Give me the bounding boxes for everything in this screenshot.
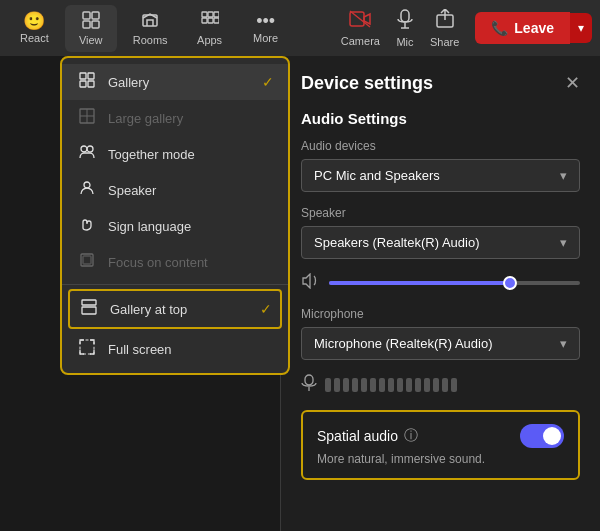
volume-row	[301, 273, 580, 293]
menu-item-sign-language[interactable]: Sign language	[62, 208, 288, 244]
svg-rect-18	[80, 81, 86, 87]
nav-more-label: More	[253, 32, 278, 44]
mic-label: Mic	[396, 36, 413, 48]
mic-level-row	[301, 374, 580, 396]
speaker-select[interactable]: Speakers (Realtek(R) Audio) ▾	[301, 226, 580, 259]
menu-item-fullscreen[interactable]: Full screen	[62, 331, 288, 367]
share-label: Share	[430, 36, 459, 48]
svg-rect-9	[208, 18, 213, 23]
mic-bar-10	[406, 378, 412, 392]
mic-bar-2	[334, 378, 340, 392]
gallery-check: ✓	[262, 74, 274, 90]
nav-rooms-label: Rooms	[133, 34, 168, 46]
fullscreen-icon	[76, 339, 98, 359]
spatial-audio-section: Spatial audio ⓘ More natural, immersive …	[301, 410, 580, 480]
nav-view-label: View	[79, 34, 103, 46]
leave-chevron-button[interactable]: ▾	[570, 13, 592, 43]
svg-point-25	[84, 182, 90, 188]
audio-devices-chevron: ▾	[560, 168, 567, 183]
device-settings-title: Device settings	[301, 73, 433, 94]
phone-icon: 📞	[491, 20, 508, 36]
svg-line-11	[350, 11, 370, 27]
together-icon	[76, 144, 98, 164]
mic-bar-4	[352, 378, 358, 392]
media-controls: Camera Mic Share	[341, 9, 459, 48]
svg-rect-6	[208, 12, 213, 17]
svg-rect-17	[88, 73, 94, 79]
mic-bars	[325, 378, 457, 392]
speaker-field: Speaker Speakers (Realtek(R) Audio) ▾	[301, 206, 580, 259]
svg-rect-28	[82, 300, 96, 305]
svg-rect-3	[92, 21, 99, 28]
apps-icon	[201, 11, 219, 32]
fullscreen-label: Full screen	[108, 342, 274, 357]
spatial-audio-row: Spatial audio ⓘ	[317, 424, 564, 448]
speaker-field-label: Speaker	[301, 206, 580, 220]
large-gallery-icon	[76, 108, 98, 128]
menu-item-gallery[interactable]: Gallery ✓	[62, 64, 288, 100]
large-gallery-label: Large gallery	[108, 111, 274, 126]
speaker-label: Speaker	[108, 183, 274, 198]
share-button[interactable]: Share	[430, 9, 459, 48]
menu-item-speaker[interactable]: Speaker	[62, 172, 288, 208]
camera-icon	[349, 10, 371, 33]
mic-bar-14	[442, 378, 448, 392]
svg-point-24	[87, 146, 93, 152]
camera-label: Camera	[341, 35, 380, 47]
focus-icon	[76, 252, 98, 272]
audio-devices-label: Audio devices	[301, 139, 580, 153]
svg-rect-10	[214, 18, 219, 23]
mic-bar-6	[370, 378, 376, 392]
menu-divider	[62, 284, 288, 285]
leave-button[interactable]: 📞 Leave	[475, 12, 570, 44]
mic-button[interactable]: Mic	[396, 9, 414, 48]
svg-rect-19	[88, 81, 94, 87]
microphone-field: Microphone Microphone (Realtek(R) Audio)…	[301, 307, 580, 360]
nav-react[interactable]: 🙂 React	[8, 6, 61, 50]
menu-item-large-gallery: Large gallery	[62, 100, 288, 136]
leave-button-group: 📞 Leave ▾	[475, 12, 592, 44]
svg-rect-12	[401, 10, 409, 22]
spatial-label-row: Spatial audio ⓘ	[317, 427, 418, 445]
mic-icon	[396, 9, 414, 34]
device-settings-close[interactable]: ✕	[565, 72, 580, 94]
spatial-audio-desc: More natural, immersive sound.	[317, 452, 564, 466]
device-settings-header: Device settings ✕	[301, 72, 580, 94]
audio-devices-value: PC Mic and Speakers	[314, 168, 440, 183]
menu-item-gallery-top[interactable]: Gallery at top ✓	[68, 289, 282, 329]
svg-rect-8	[202, 18, 207, 23]
camera-button[interactable]: Camera	[341, 10, 380, 47]
mic-bar-13	[433, 378, 439, 392]
svg-rect-1	[92, 12, 99, 19]
menu-item-focus: Focus on content	[62, 244, 288, 280]
svg-rect-0	[83, 12, 90, 19]
menu-item-together[interactable]: Together mode	[62, 136, 288, 172]
volume-thumb	[503, 276, 517, 290]
spatial-audio-toggle[interactable]	[520, 424, 564, 448]
mic-bar-1	[325, 378, 331, 392]
microphone-select[interactable]: Microphone (Realtek(R) Audio) ▾	[301, 327, 580, 360]
volume-fill	[329, 281, 510, 285]
top-bar: 🙂 React View Rooms	[0, 0, 600, 56]
speaker-value: Speakers (Realtek(R) Audio)	[314, 235, 479, 250]
toggle-thumb	[543, 427, 561, 445]
nav-view[interactable]: View	[65, 5, 117, 52]
nav-more[interactable]: ••• More	[240, 6, 292, 50]
audio-section-title: Audio Settings	[301, 110, 580, 127]
volume-slider[interactable]	[329, 281, 580, 285]
nav-apps[interactable]: Apps	[184, 5, 236, 52]
svg-rect-2	[83, 21, 90, 28]
gallery-top-label: Gallery at top	[110, 302, 250, 317]
svg-rect-16	[80, 73, 86, 79]
info-icon[interactable]: ⓘ	[404, 427, 418, 445]
nav-rooms[interactable]: Rooms	[121, 5, 180, 52]
audio-devices-select[interactable]: PC Mic and Speakers ▾	[301, 159, 580, 192]
mic-bar-9	[397, 378, 403, 392]
svg-rect-27	[83, 256, 91, 264]
nav-react-label: React	[20, 32, 49, 44]
mic-bar-8	[388, 378, 394, 392]
sign-language-label: Sign language	[108, 219, 274, 234]
rooms-icon	[141, 11, 159, 32]
main-area: Gallery ✓ Large gallery	[0, 56, 600, 531]
mic-bar-5	[361, 378, 367, 392]
